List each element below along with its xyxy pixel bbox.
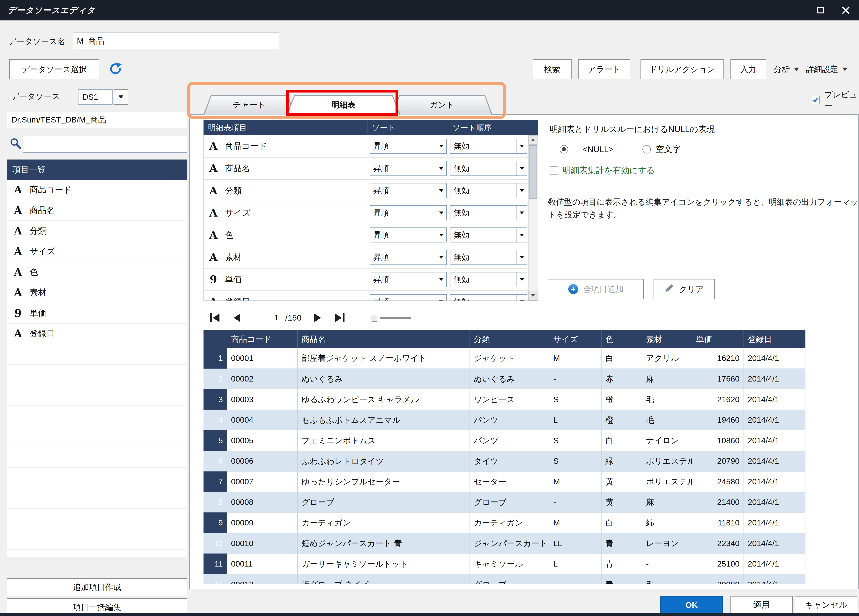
chevron-down-icon[interactable] xyxy=(436,250,446,264)
sort-sequence-dropdown[interactable]: 無効 xyxy=(450,250,527,265)
add-all-fields-button[interactable]: + 全項目追加 xyxy=(548,279,643,299)
summary-enable-checkbox[interactable]: 明細表集計を有効にする xyxy=(550,165,655,176)
alert-button[interactable]: アラート xyxy=(578,59,630,79)
sort-table-row[interactable]: 9単価昇順無効 xyxy=(204,269,538,291)
chevron-down-icon[interactable] xyxy=(517,206,527,220)
sort-table-row[interactable]: A登録日昇順無効 xyxy=(204,291,538,301)
sort-order-dropdown[interactable]: 昇順 xyxy=(370,272,447,287)
analysis-menu[interactable]: 分析 xyxy=(774,63,800,76)
preview-row-slider[interactable] xyxy=(370,314,411,322)
sort-sequence-dropdown[interactable]: 無効 xyxy=(450,227,527,242)
table-row[interactable]: 600006ふわふわレトロタイツタイツS緑ポリエステル207902014/4/1 xyxy=(203,451,805,472)
chevron-down-icon[interactable] xyxy=(436,183,446,198)
chevron-down-icon[interactable] xyxy=(436,161,446,175)
apply-button[interactable]: 適用 xyxy=(731,596,793,614)
first-page-button[interactable] xyxy=(206,311,223,324)
table-row[interactable]: 500005フェミニンボトムスパンツS白ナイロン108602014/4/1 xyxy=(203,430,805,451)
preview-checkbox[interactable]: プレビュー xyxy=(812,89,859,111)
table-row[interactable]: 300003ゆるふわワンピース キャラメルワンピースS橙毛216202014/4… xyxy=(203,389,805,410)
field-list-item[interactable]: A登録日 xyxy=(8,324,187,344)
radio-empty-string-icon[interactable] xyxy=(642,145,651,153)
titlebar[interactable]: データソースエディタ xyxy=(0,0,859,20)
scroll-down-button[interactable] xyxy=(528,291,537,300)
ds-selector[interactable]: DS1 xyxy=(78,89,112,105)
last-page-button[interactable] xyxy=(331,311,348,324)
clear-button[interactable]: クリア xyxy=(654,279,715,299)
sort-order-dropdown[interactable]: 昇順 xyxy=(370,183,447,198)
ds-selector-dropdown-button[interactable] xyxy=(114,89,128,105)
table-row[interactable]: 800008グローブグローブ-黄麻214002014/4/1 xyxy=(203,492,805,513)
tab-gantt[interactable]: ガント xyxy=(392,95,493,115)
add-field-button[interactable]: 追加項目作成 xyxy=(7,578,187,596)
tab-chart[interactable]: チャート xyxy=(203,95,295,115)
close-button[interactable] xyxy=(833,0,859,20)
radio-null-icon[interactable] xyxy=(560,145,568,153)
chevron-down-icon[interactable] xyxy=(436,295,446,301)
sort-order-dropdown[interactable]: 昇順 xyxy=(370,227,447,242)
sort-table-row[interactable]: A素材昇順無効 xyxy=(204,246,538,269)
datasource-path-field[interactable]: Dr.Sum/TEST_DB/M_商品 xyxy=(7,112,187,128)
field-list-item[interactable]: A素材 xyxy=(8,282,187,303)
table-row[interactable]: 700007ゆったりシンプルセーターセーターM黄ポリエステル245802014/… xyxy=(203,472,805,492)
sort-sequence-dropdown[interactable]: 無効 xyxy=(450,161,527,176)
field-list-item[interactable]: Aサイズ xyxy=(8,241,187,262)
search-button[interactable]: 検索 xyxy=(533,59,572,79)
sort-sequence-dropdown[interactable]: 無効 xyxy=(450,272,527,287)
table-row[interactable]: 1200012姫グローブ ネイビーグローブ青毛209802014/4/1 xyxy=(203,574,805,584)
chevron-down-icon[interactable] xyxy=(436,206,446,220)
field-list-item[interactable]: A商品コード xyxy=(8,180,187,200)
page-number-input[interactable] xyxy=(253,311,282,325)
column-header[interactable]: 登録日 xyxy=(744,330,806,348)
chevron-down-icon[interactable] xyxy=(436,139,446,153)
ok-button[interactable]: OK xyxy=(661,596,723,614)
slider-thumb[interactable] xyxy=(370,314,378,322)
sort-order-dropdown[interactable]: 昇順 xyxy=(370,161,447,176)
table-row[interactable]: 100001部屋着ジャケット スノーホワイトジャケットM白アクリル1621020… xyxy=(203,348,805,369)
sort-sequence-dropdown[interactable]: 無効 xyxy=(450,294,527,301)
chevron-down-icon[interactable] xyxy=(436,272,446,287)
sort-sequence-dropdown[interactable]: 無効 xyxy=(450,183,527,198)
table-row[interactable]: 900009カーディガンカーディガンM白綿118102014/4/1 xyxy=(203,513,805,533)
sort-sequence-dropdown[interactable]: 無効 xyxy=(450,205,527,220)
sort-table-row[interactable]: A商品名昇順無効 xyxy=(204,158,538,180)
input-button[interactable]: 入力 xyxy=(731,59,766,79)
refresh-icon[interactable] xyxy=(108,61,123,76)
field-list-item[interactable]: A分類 xyxy=(8,221,187,241)
bulk-edit-button[interactable]: 項目一括編集 xyxy=(7,598,187,616)
column-header[interactable]: 素材 xyxy=(642,330,692,348)
next-page-button[interactable] xyxy=(309,311,326,324)
datasource-select-button[interactable]: データソース選択 xyxy=(9,59,99,79)
chevron-down-icon[interactable] xyxy=(517,183,527,198)
field-list-item[interactable]: A色 xyxy=(8,262,187,283)
drill-action-button[interactable]: ドリルアクション xyxy=(640,59,724,79)
vertical-scrollbar[interactable] xyxy=(528,135,538,300)
sort-order-dropdown[interactable]: 昇順 xyxy=(370,250,447,265)
sort-table-row[interactable]: A分類昇順無効 xyxy=(204,180,538,202)
sort-table-row[interactable]: Aサイズ昇順無効 xyxy=(204,202,538,224)
chevron-down-icon[interactable] xyxy=(517,250,527,264)
table-row[interactable]: 200002ぬいぐるみぬいぐるみ-赤麻176602014/4/1 xyxy=(203,369,805,389)
sort-table-row[interactable]: A商品コード昇順無効 xyxy=(204,135,538,157)
column-header[interactable]: 色 xyxy=(601,330,642,348)
scrollbar-thumb[interactable] xyxy=(529,145,537,199)
sort-order-dropdown[interactable]: 昇順 xyxy=(370,294,447,301)
chevron-down-icon[interactable] xyxy=(517,295,527,301)
column-header[interactable]: 商品名 xyxy=(298,330,470,348)
column-header[interactable]: サイズ xyxy=(549,330,601,348)
sort-order-dropdown[interactable]: 昇順 xyxy=(370,139,447,154)
cancel-button[interactable]: キャンセル xyxy=(795,596,857,614)
field-list-item[interactable]: A商品名 xyxy=(8,200,187,221)
chevron-down-icon[interactable] xyxy=(436,228,446,242)
advanced-settings-menu[interactable]: 詳細設定 xyxy=(806,63,848,76)
chevron-down-icon[interactable] xyxy=(517,139,527,153)
column-header[interactable]: 商品コード xyxy=(227,330,297,348)
table-row[interactable]: 400004もふもふボトムスアニマルパンツL橙毛194602014/4/1 xyxy=(203,410,805,430)
field-search-input[interactable] xyxy=(23,136,187,153)
previous-page-button[interactable] xyxy=(229,311,245,324)
sort-order-dropdown[interactable]: 昇順 xyxy=(370,205,447,220)
chevron-down-icon[interactable] xyxy=(517,161,527,175)
scroll-up-button[interactable] xyxy=(528,135,537,145)
sort-table-row[interactable]: A色昇順無効 xyxy=(204,224,538,246)
column-header[interactable]: 単価 xyxy=(692,330,743,348)
chevron-down-icon[interactable] xyxy=(517,272,527,287)
